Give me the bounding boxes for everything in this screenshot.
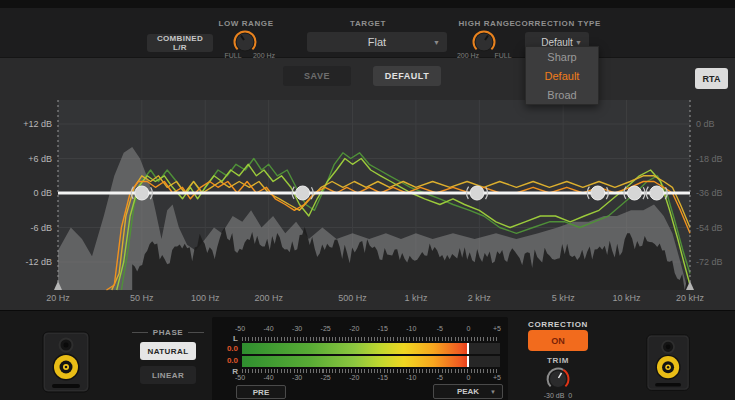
correction-label: CORRECTION xyxy=(515,320,601,329)
knob-body xyxy=(475,33,493,51)
meter-scale-label: +5 xyxy=(493,374,501,381)
y-axis-label-right: 0 dB xyxy=(696,119,715,129)
y-axis-label-left: -6 dB xyxy=(30,223,52,233)
high-range-label: HIGH RANGE xyxy=(452,19,522,28)
default-button[interactable]: DEFAULT xyxy=(373,66,441,86)
y-axis-label-right: -72 dB xyxy=(696,257,723,267)
y-axis-label-left: 0 dB xyxy=(33,188,52,198)
meter-scale-label: -30 xyxy=(292,374,302,381)
trim-min-label: -30 dB xyxy=(544,392,565,399)
phase-group: PHASE xyxy=(126,328,210,337)
meter-channel-label-left: L xyxy=(214,334,238,343)
low-range-min-label: FULL xyxy=(220,52,246,59)
trim-max-label: 0 xyxy=(568,392,572,399)
speaker-left-image xyxy=(40,330,94,396)
low-range-label: LOW RANGE xyxy=(212,19,280,28)
eq-handle[interactable] xyxy=(627,186,641,200)
meter-scale-label: -30 xyxy=(292,325,302,332)
y-axis-label-right: -18 dB xyxy=(696,154,723,164)
correction-on-button[interactable]: ON xyxy=(528,330,588,351)
meter-bar-left xyxy=(242,343,500,354)
titlebar-strip xyxy=(0,0,735,8)
rta-button[interactable]: RTA xyxy=(695,68,728,89)
knob-body xyxy=(236,33,254,51)
meter-bar-right xyxy=(242,356,500,367)
meter-scale-label: -25 xyxy=(321,325,331,332)
y-axis-label-left: -12 dB xyxy=(25,257,52,267)
chevron-down-icon: ▼ xyxy=(490,389,496,395)
phase-natural-button[interactable]: NATURAL xyxy=(140,342,196,360)
correction-type-option-broad[interactable]: Broad xyxy=(526,85,598,104)
save-button[interactable]: SAVE xyxy=(283,66,351,86)
chevron-down-icon: ▼ xyxy=(433,39,440,46)
meter-scale-label: -20 xyxy=(349,374,359,381)
speaker-right-image xyxy=(644,333,694,394)
port-slot xyxy=(655,383,681,387)
eq-graph[interactable]: +12 dB+6 dB0 dB-6 dB-12 dB0 dB-18 dB-36 … xyxy=(0,92,735,310)
meter-scale-label: -5 xyxy=(437,374,443,381)
target-label: TARGET xyxy=(333,19,403,28)
correction-type-label: CORRECTION TYPE xyxy=(515,19,601,28)
eq-handle[interactable] xyxy=(650,186,664,200)
eq-handle[interactable] xyxy=(135,186,149,200)
meter-ticks xyxy=(242,369,500,373)
trim-range-labels: -30 dB 0 xyxy=(520,392,596,399)
port-slot xyxy=(52,384,80,388)
y-axis-label-left: +12 dB xyxy=(23,119,52,129)
meter-scale-label: 0 xyxy=(466,325,470,332)
divider xyxy=(132,332,148,333)
x-axis-label: 5 kHz xyxy=(552,293,576,303)
target-select[interactable]: Flat ▼ xyxy=(307,32,447,52)
phase-label: PHASE xyxy=(153,328,184,337)
x-axis-label: 2 kHz xyxy=(468,293,492,303)
y-axis-label-right: -54 dB xyxy=(696,223,723,233)
target-value: Flat xyxy=(368,36,386,48)
meter-scale-label: -15 xyxy=(378,374,388,381)
chevron-down-icon: ▼ xyxy=(575,39,582,46)
x-axis-label: 1 kHz xyxy=(404,293,428,303)
correction-type-menu: SharpDefaultBroad xyxy=(525,46,599,105)
y-axis-label-left: +6 dB xyxy=(28,154,52,164)
meter-value-left: 0.0 xyxy=(214,344,238,353)
trim-label: TRIM xyxy=(528,356,588,365)
correction-type-option-default[interactable]: Default xyxy=(526,66,598,85)
meter-scale-label: -40 xyxy=(263,325,273,332)
y-axis-label-right: -36 dB xyxy=(696,188,723,198)
meter-scale-label: -20 xyxy=(349,325,359,332)
pre-button[interactable]: PRE xyxy=(236,385,286,399)
x-axis-label: 20 Hz xyxy=(46,293,70,303)
knob-body xyxy=(550,371,567,388)
meter-scale-label: -40 xyxy=(263,374,273,381)
meter-scale-label: -10 xyxy=(406,374,416,381)
meter-scale-label: -50 xyxy=(235,325,245,332)
meter-scale-label: -50 xyxy=(235,374,245,381)
meter-scale-label: -25 xyxy=(321,374,331,381)
high-range-max-label: FULL xyxy=(488,52,518,59)
trim-knob[interactable] xyxy=(545,366,571,392)
meter-scale-label: -10 xyxy=(406,325,416,332)
meter-scale-label: 0 xyxy=(466,374,470,381)
peak-value: PEAK xyxy=(457,387,479,396)
app-window: COMBINED L/R LOW RANGE FULL 200 Hz TARGE… xyxy=(0,0,735,400)
bottom-panel: PHASE NATURAL LINEAR L 0.0 0.0 R -50-40-… xyxy=(0,310,735,400)
peak-select[interactable]: PEAK ▼ xyxy=(433,384,503,399)
divider xyxy=(188,332,204,333)
x-axis-label: 10 kHz xyxy=(613,293,642,303)
meter-ticks xyxy=(242,337,500,341)
meter-scale-label: -15 xyxy=(378,325,388,332)
eq-handle[interactable] xyxy=(470,186,484,200)
correction-type-option-sharp[interactable]: Sharp xyxy=(526,47,598,66)
high-range-min-label: 200 Hz xyxy=(450,52,486,59)
combined-lr-button[interactable]: COMBINED L/R xyxy=(147,34,213,52)
eq-handle[interactable] xyxy=(296,186,310,200)
x-axis-label: 200 Hz xyxy=(254,293,283,303)
phase-linear-button[interactable]: LINEAR xyxy=(140,366,196,384)
x-axis-label: 500 Hz xyxy=(338,293,367,303)
x-axis-label: 100 Hz xyxy=(191,293,220,303)
eq-handle[interactable] xyxy=(591,186,605,200)
meter-scale-label: +5 xyxy=(493,325,501,332)
meter-value-right: 0.0 xyxy=(214,356,238,365)
low-range-max-label: 200 Hz xyxy=(248,52,280,59)
meter-scale-label: -5 xyxy=(437,325,443,332)
x-axis-label: 20 kHz xyxy=(676,293,705,303)
